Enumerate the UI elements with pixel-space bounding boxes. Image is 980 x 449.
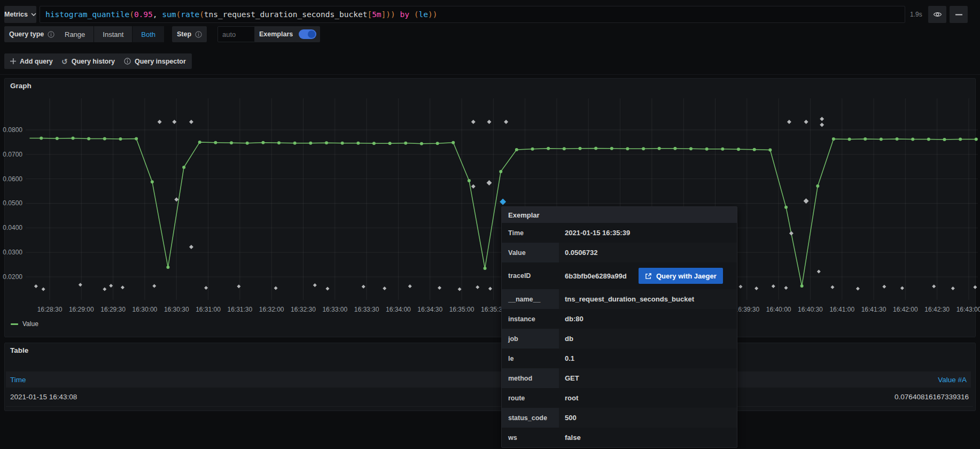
query-token: )): [386, 10, 395, 19]
section-divider: [0, 74, 980, 75]
tooltip-row-label: job: [502, 329, 559, 349]
query-token: 0.95: [134, 10, 153, 19]
query-history-button[interactable]: ↺ Query history: [56, 53, 121, 69]
exemplars-label: Exemplars: [259, 30, 293, 38]
query-elapsed-time: 1.9s: [910, 6, 926, 23]
exemplars-toggle[interactable]: [299, 29, 316, 39]
minus-icon: [955, 14, 962, 16]
legend-color-swatch: [11, 323, 18, 325]
plus-icon: [10, 58, 16, 64]
tooltip-row-value: 500: [559, 414, 577, 422]
table-cell: 0.07640816167339316: [895, 393, 969, 401]
add-query-label: Add query: [20, 58, 53, 65]
tooltip-row-label: status_code: [502, 408, 559, 428]
tooltip-row-statuscode: status_code500: [502, 408, 737, 428]
legend-label: Value: [22, 320, 38, 328]
tooltip-row-Time: Time2021-01-15 16:35:39: [502, 223, 737, 243]
graph-panel: Graph: [4, 78, 976, 337]
tooltip-row-value: 0.0506732: [559, 249, 597, 257]
tooltip-row-value: 6b3bfb0e6289a99dQuery with Jaeger: [559, 268, 723, 284]
tooltip-row-value: 0.1: [559, 354, 574, 362]
tooltip-row-Value: Value0.0506732: [502, 243, 737, 262]
add-query-button[interactable]: Add query: [4, 53, 59, 69]
tooltip-row-instance: instancedb:80: [502, 309, 737, 329]
query-token: [: [367, 10, 372, 19]
external-link-icon: [645, 273, 652, 280]
jaeger-button-label: Query with Jaeger: [656, 272, 717, 280]
query-token: (: [199, 10, 204, 19]
tooltip-row-value: false: [559, 433, 581, 442]
hide-response-button[interactable]: [928, 6, 946, 23]
query-type-tabs: RangeInstantBoth: [56, 26, 164, 42]
query-token: by: [400, 10, 409, 19]
chevron-down-icon: [31, 13, 36, 16]
exemplars-toggle-container: [294, 26, 320, 42]
column-header-time[interactable]: Time: [10, 376, 26, 384]
query-token: sum: [162, 10, 176, 19]
tooltip-row-label: method: [502, 368, 559, 388]
exemplar-tooltip: Exemplar Time2021-01-15 16:35:39Value0.0…: [501, 206, 737, 448]
tooltip-row-ws: wsfalse: [502, 428, 737, 447]
query-token: ]: [382, 10, 386, 19]
tooltip-row-job: jobdb: [502, 329, 737, 349]
tab-instant[interactable]: Instant: [94, 26, 132, 42]
tooltip-row-le: le0.1: [502, 349, 737, 368]
query-token: (: [176, 10, 181, 19]
step-input[interactable]: [217, 26, 260, 42]
tooltip-row-value: db:80: [559, 315, 584, 323]
remove-query-button[interactable]: [950, 6, 968, 23]
tab-both[interactable]: Both: [133, 26, 164, 42]
query-editor[interactable]: histogram_quantile(0.95, sum(rate(tns_re…: [40, 6, 905, 23]
query-token: (: [129, 10, 134, 19]
datasource-label: Metrics: [4, 11, 28, 18]
graph-panel-title: Graph: [10, 82, 32, 90]
tooltip-row-label: le: [502, 349, 559, 368]
exemplars-field: Exemplars: [254, 26, 298, 42]
tooltip-row-value: db: [559, 335, 573, 343]
exemplar-tooltip-title: Exemplar: [502, 207, 737, 223]
query-type-field: Query type: [4, 26, 59, 42]
query-token: tns_request_duration_seconds_bucket: [204, 10, 368, 19]
tooltip-row-value: tns_request_duration_seconds_bucket: [559, 295, 694, 303]
tooltip-row-label: traceID: [502, 262, 559, 289]
history-icon: ↺: [61, 58, 68, 65]
tooltip-row-label: instance: [502, 309, 559, 329]
tooltip-row-label: route: [502, 388, 559, 408]
datasource-picker[interactable]: Metrics: [4, 6, 36, 23]
query-token: (: [414, 10, 419, 19]
tooltip-row-traceID: traceID6b3bfb0e6289a99dQuery with Jaeger: [502, 262, 737, 289]
info-icon: [195, 31, 202, 38]
query-token: [409, 10, 414, 19]
tooltip-row-value: GET: [559, 374, 579, 382]
info-circle-icon: [124, 58, 131, 65]
tab-range[interactable]: Range: [56, 26, 94, 42]
query-token: 5m: [372, 10, 381, 19]
exemplar-tooltip-body: Time2021-01-15 16:35:39Value0.0506732tra…: [502, 223, 737, 447]
tooltip-row-label: __name__: [502, 289, 559, 309]
query-token: ,: [153, 10, 162, 19]
tooltip-row-value: 2021-01-15 16:35:39: [559, 229, 630, 237]
eye-icon: [933, 11, 942, 18]
info-icon: [48, 31, 55, 38]
query-inspector-button[interactable]: Query inspector: [118, 53, 192, 69]
query-with-jaeger-button[interactable]: Query with Jaeger: [639, 268, 723, 284]
tooltip-row-value: root: [559, 394, 578, 402]
table-row: 2021-01-15 16:43:080.07640816167339316: [6, 388, 973, 407]
step-label: Step: [177, 30, 191, 38]
step-field: Step: [172, 26, 207, 42]
table-header-row: TimeValue #A: [6, 371, 971, 388]
query-token: rate: [181, 10, 199, 19]
grafana-explore: Metrics histogram_quantile(0.95, sum(rat…: [0, 0, 980, 449]
tooltip-row-name: __name__tns_request_duration_seconds_buc…: [502, 289, 737, 309]
query-inspector-label: Query inspector: [135, 58, 186, 65]
column-header-value-a[interactable]: Value #A: [938, 376, 967, 384]
query-type-label: Query type: [9, 30, 44, 38]
tooltip-row-label: Time: [502, 223, 559, 243]
query-token: [395, 10, 400, 19]
tooltip-row-label: Value: [502, 243, 559, 262]
legend-item-value[interactable]: Value: [11, 320, 38, 328]
tooltip-row-label: ws: [502, 428, 559, 447]
query-token: )): [428, 10, 437, 19]
table-panel-title: Table: [10, 346, 28, 354]
tooltip-row-method: methodGET: [502, 368, 737, 388]
